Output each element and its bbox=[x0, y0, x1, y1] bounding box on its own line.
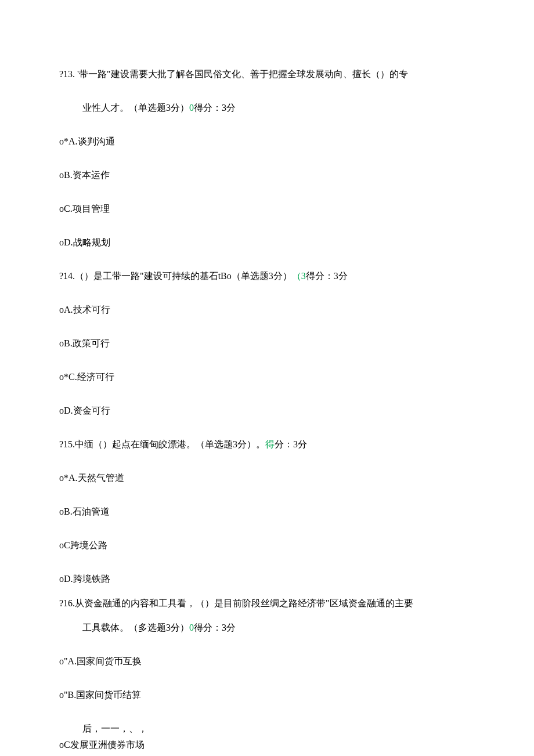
question-15: ?15.中缅（）起点在缅甸皎漂港。（单选题3分）。得分：3分 o*A.天然气管道… bbox=[59, 437, 482, 586]
q13-option-c: oC.项目管理 bbox=[59, 202, 482, 216]
q13-line1: ?13. '带一路"建设需要大批了解各国民俗文化、善于把握全球发展动向、擅长（）… bbox=[59, 67, 482, 81]
question-13: ?13. '带一路"建设需要大批了解各国民俗文化、善于把握全球发展动向、擅长（）… bbox=[59, 67, 482, 249]
q16-note: 后，一一，、， bbox=[59, 722, 482, 736]
q15-line1: ?15.中缅（）起点在缅甸皎漂港。（单选题3分）。得分：3分 bbox=[59, 437, 482, 451]
q16-score-green: 0 bbox=[189, 623, 194, 632]
q14-line1-b: 得分：3分 bbox=[306, 271, 348, 281]
q15-score-green: 得 bbox=[265, 439, 275, 449]
q15-option-b: oB.石油管道 bbox=[59, 505, 482, 519]
q14-score-green: （3 bbox=[292, 271, 306, 281]
q14-line1-a: ?14.（）是工带一路"建设可持续的基石tBo（单选题3分） bbox=[59, 271, 292, 281]
q14-option-b: oB.政策可行 bbox=[59, 337, 482, 350]
q14-option-c: o*C.经济可行 bbox=[59, 370, 482, 384]
q13-line2-b: 得分：3分 bbox=[194, 103, 236, 113]
q13-line2: 业性人才。（单选题3分）0得分：3分 bbox=[59, 101, 482, 115]
q13-score-green: 0 bbox=[189, 103, 194, 113]
q16-line2-a: 工具载体。（多选题3分） bbox=[82, 623, 189, 632]
q14-option-a: oA.技术可行 bbox=[59, 303, 482, 317]
q16-line2-b: 得分：3分 bbox=[194, 623, 236, 632]
question-16: ?16.从资金融通的内容和工具看，（）是目前阶段丝绸之路经济带"区域资金融通的主… bbox=[59, 596, 482, 756]
q13-option-b: oB.资本运作 bbox=[59, 168, 482, 182]
q16-option-c: oC发展亚洲债券市场 bbox=[59, 738, 482, 752]
q14-option-d: oD.资金可行 bbox=[59, 404, 482, 418]
q16-option-a: o"A.国家间货币互换 bbox=[59, 654, 482, 668]
q16-line1: ?16.从资金融通的内容和工具看，（）是目前阶段丝绸之路经济带"区域资金融通的主… bbox=[59, 596, 482, 610]
page-content: ?13. '带一路"建设需要大批了解各国民俗文化、善于把握全球发展动向、擅长（）… bbox=[0, 0, 534, 756]
q16-line2: 工具载体。（多选题3分）0得分：3分 bbox=[59, 621, 482, 635]
q15-option-c: oC跨境公路 bbox=[59, 538, 482, 552]
question-14: ?14.（）是工带一路"建设可持续的基石tBo（单选题3分）（3得分：3分 oA… bbox=[59, 269, 482, 418]
q14-line1: ?14.（）是工带一路"建设可持续的基石tBo（单选题3分）（3得分：3分 bbox=[59, 269, 482, 283]
q13-option-a: o*A.谈判沟通 bbox=[59, 135, 482, 149]
q13-line2-a: 业性人才。（单选题3分） bbox=[82, 103, 189, 113]
q15-line1-a: ?15.中缅（）起点在缅甸皎漂港。（单选题3分）。 bbox=[59, 439, 265, 449]
q13-option-d: oD.战略规划 bbox=[59, 236, 482, 249]
q16-option-b: o"B.国家间货币结算 bbox=[59, 688, 482, 702]
q15-option-d: oD.跨境铁路 bbox=[59, 572, 482, 586]
q15-line1-b: 分：3分 bbox=[275, 439, 307, 449]
q15-option-a: o*A.天然气管道 bbox=[59, 471, 482, 485]
